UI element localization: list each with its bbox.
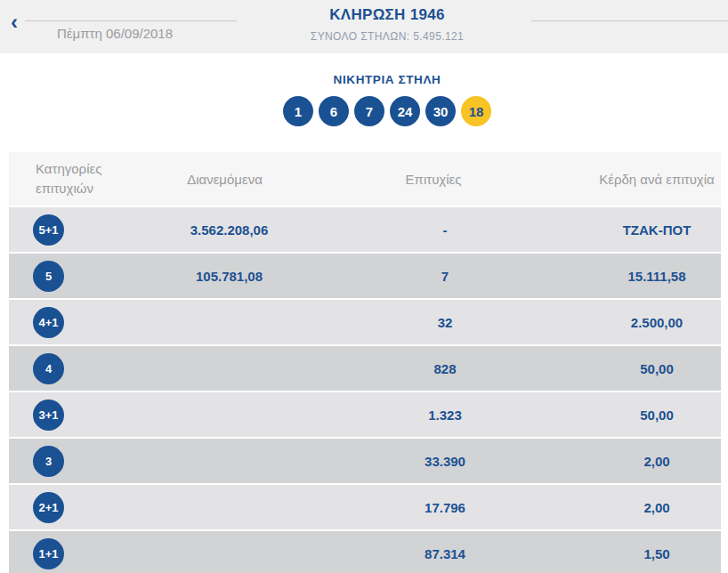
- category-badge: 5: [33, 261, 64, 292]
- table-row: 2+1 17.796 2,00: [9, 485, 721, 529]
- winnings-value: 2.500,00: [525, 315, 721, 330]
- winning-numbers: 1 6 7 24 30 18: [46, 96, 728, 126]
- column-header-winnings-per-win: Κέρδη ανά επιτυχία: [525, 172, 721, 187]
- number-ball: 24: [390, 96, 420, 126]
- table-row: 4 828 50,00: [9, 346, 721, 391]
- winnings-value: 50,00: [525, 408, 721, 423]
- category-badge-cell: 4: [9, 353, 93, 384]
- winnings-value: 2,00: [525, 500, 721, 515]
- number-ball: 30: [425, 96, 456, 126]
- category-badge: 1+1: [33, 538, 64, 569]
- winnings-value: 2,00: [525, 454, 721, 469]
- wins-value: 1.323: [365, 408, 525, 423]
- wins-value: 32: [365, 315, 525, 330]
- distributed-value: 3.562.208,06: [93, 222, 365, 238]
- number-ball: 6: [319, 96, 349, 126]
- wins-value: 828: [365, 361, 525, 376]
- category-badge: 3+1: [33, 399, 64, 431]
- category-badge-cell: 3: [9, 446, 93, 477]
- category-badge: 3: [33, 446, 64, 477]
- results-rows: 5+1 3.562.208,06 - ΤΖΑΚ-ΠΟΤ 5 105.781,08…: [9, 207, 721, 573]
- wins-value: 17.796: [365, 500, 525, 515]
- category-badge: 4: [33, 353, 64, 384]
- winnings-value: 50,00: [525, 361, 721, 376]
- table-row: 1+1 87.314 1,50: [9, 531, 721, 573]
- back-chevron-icon[interactable]: ‹: [11, 12, 18, 33]
- wins-value: 87.314: [365, 546, 525, 561]
- winning-column-title: ΝΙΚΗΤΡΙΑ ΣΤΗΛΗ: [46, 73, 728, 86]
- page-title: ΚΛΗΡΩΣΗ 1946: [46, 6, 728, 24]
- category-badge-cell: 3+1: [9, 399, 93, 431]
- table-row: 3+1 1.323 50,00: [9, 392, 721, 437]
- category-badge-cell: 4+1: [9, 307, 93, 338]
- column-header-wins: Επιτυχίες: [353, 172, 514, 187]
- table-row: 4+1 32 2.500,00: [9, 300, 721, 344]
- table-row: 5 105.781,08 7 15.111,58: [9, 254, 721, 298]
- category-badge: 4+1: [33, 307, 64, 338]
- category-badge: 2+1: [33, 492, 64, 523]
- total-columns-label: ΣΥΝΟΛΟ ΣΤΗΛΩΝ: 5.495.121: [46, 30, 728, 43]
- winnings-value: 1,50: [525, 546, 721, 561]
- category-badge-cell: 5: [9, 261, 93, 292]
- draw-title-block: ΚΛΗΡΩΣΗ 1946 ΣΥΝΟΛΟ ΣΤΗΛΩΝ: 5.495.121: [46, 6, 728, 43]
- draw-header: ‹ Πέμπτη 06/09/2018 ΚΛΗΡΩΣΗ 1946 ΣΥΝΟΛΟ …: [0, 0, 728, 53]
- table-row: 5+1 3.562.208,06 - ΤΖΑΚ-ΠΟΤ: [9, 207, 721, 252]
- category-badge-cell: 5+1: [9, 214, 93, 246]
- results-table-header: Κατηγορίες επιτυχιών Διανεμόμενα Επιτυχί…: [9, 152, 721, 206]
- category-badge: 5+1: [33, 214, 64, 246]
- number-ball: 1: [283, 96, 313, 126]
- winnings-value: 15.111,58: [525, 269, 721, 284]
- wins-value: 33.390: [365, 454, 525, 469]
- winning-column-section: ΝΙΚΗΤΡΙΑ ΣΤΗΛΗ 1 6 7 24 30 18: [0, 53, 728, 126]
- winnings-value: ΤΖΑΚ-ΠΟΤ: [525, 222, 721, 238]
- category-badge-cell: 1+1: [9, 538, 93, 569]
- results-table: Κατηγορίες επιτυχιών Διανεμόμενα Επιτυχί…: [9, 152, 721, 573]
- distributed-value: 105.781,08: [93, 269, 365, 284]
- category-badge-cell: 2+1: [9, 492, 93, 523]
- column-header-categories: Κατηγορίες επιτυχιών: [9, 159, 93, 198]
- wins-value: 7: [365, 269, 525, 284]
- table-row: 3 33.390 2,00: [9, 439, 721, 483]
- column-header-distributed: Διανεμόμενα: [89, 172, 360, 187]
- wins-value: -: [365, 222, 525, 238]
- number-ball: 7: [354, 96, 384, 126]
- joker-number-ball: 18: [461, 96, 491, 126]
